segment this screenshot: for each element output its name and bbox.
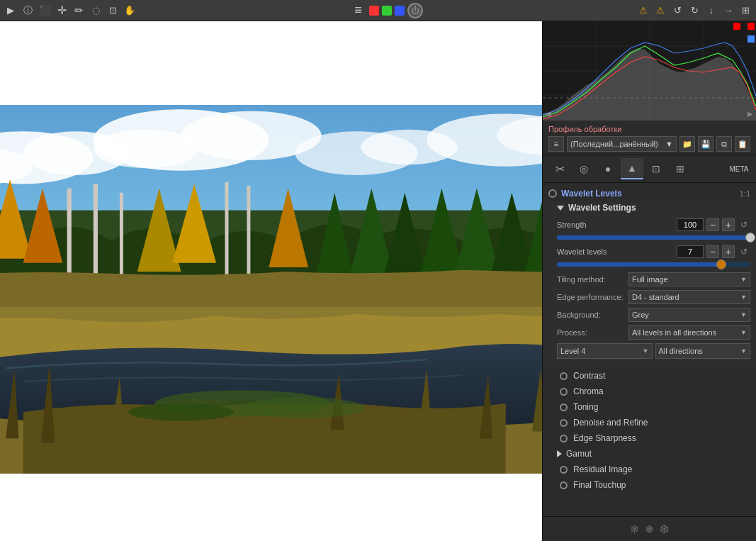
arrow-right-icon[interactable]: → (721, 3, 736, 18)
blue-color-dot (395, 6, 405, 16)
process-dropdown[interactable]: All levels in all directions ▼ (628, 325, 750, 340)
profile-folder-btn[interactable]: 📁 (679, 136, 695, 152)
profile-copy-btn[interactable]: ⧉ (716, 136, 732, 152)
meta-tab[interactable]: META (728, 158, 750, 179)
settings-subheader[interactable]: Wavelet Settings (557, 203, 750, 213)
svg-point-6 (94, 130, 199, 168)
hist-indicator-red2 (747, 23, 755, 30)
tool-tabs-row: ✂ ◎ ● ▲ ⊡ ⊞ META (543, 155, 756, 183)
wavelet-levels-plus[interactable]: + (722, 245, 735, 258)
svg-rect-14 (120, 193, 123, 277)
profile-section: Профиль обработки ≡ (Последний...ранённы… (543, 121, 756, 155)
rotate-right-icon[interactable]: ↻ (687, 3, 702, 18)
crosshair-tool[interactable]: ✛ (54, 3, 69, 18)
hist-arrow-left: ◀ (546, 110, 551, 118)
svg-point-21 (128, 403, 234, 421)
tiling-method-dropdown[interactable]: Full image ▼ (628, 272, 750, 286)
chroma-radio (560, 388, 568, 396)
residual-image-radio (560, 466, 568, 474)
wavelet-section: Wavelet Levels 1:1 Wavelet Settings Stre… (543, 183, 756, 516)
level-dropdown[interactable]: Level 4 ▼ (557, 343, 653, 359)
settings-arrow (557, 206, 564, 211)
profile-menu-btn[interactable]: ≡ (548, 136, 564, 152)
snowflake-1: ❄ (630, 523, 639, 536)
snowflake-2: ❅ (645, 523, 654, 536)
edge-performance-row: Edge performance: D4 - standard ▼ (557, 290, 750, 304)
final-touchup-radio (560, 481, 568, 489)
gamut-arrow (557, 450, 562, 457)
hist-indicator-red (733, 23, 740, 30)
strength-slider[interactable] (557, 235, 750, 240)
wavelet-levels-reset[interactable]: ↺ (738, 245, 750, 258)
canvas-area (0, 21, 542, 541)
crop-tab[interactable]: ✂ (548, 158, 571, 179)
noise-tab[interactable]: ⊡ (645, 158, 667, 179)
tiling-method-row: Tiling method: Full image ▼ (557, 272, 750, 286)
profile-dropdown[interactable]: (Последний...ранённый) ▼ (567, 136, 677, 152)
wavelet-levels-header[interactable]: Wavelet Levels 1:1 (543, 186, 756, 201)
warning1-icon[interactable]: ⚠ (636, 3, 651, 18)
level-direction-row: Level 4 ▼ All directions ▼ (557, 343, 750, 359)
power-button[interactable]: ⏻ (407, 3, 423, 18)
grid-tab[interactable]: ⊞ (669, 158, 692, 179)
wavelet-levels-minus[interactable]: − (706, 245, 719, 258)
hand-tool[interactable]: ✋ (122, 3, 137, 18)
hist-indicator-blue (747, 35, 755, 43)
strength-row: Strength 100 − + ↺ (557, 218, 750, 231)
wavelet-radio (548, 189, 557, 198)
strength-minus[interactable]: − (706, 218, 719, 231)
crop-icon[interactable]: ⊞ (738, 3, 753, 18)
strength-value[interactable]: 100 (677, 218, 704, 231)
pencil-tool[interactable]: ✏ (71, 3, 86, 18)
profile-row: ≡ (Последний...ранённый) ▼ 📁 💾 ⧉ 📋 (548, 136, 750, 152)
residual-image-item[interactable]: Residual Image (543, 462, 756, 477)
background-row: Background: Grey ▼ (557, 308, 750, 322)
contrast-radio (560, 372, 568, 380)
toning-radio (560, 403, 568, 411)
info-tool[interactable]: ⓘ (20, 3, 35, 18)
profile-paste-btn[interactable]: 📋 (735, 136, 750, 152)
svg-rect-15 (225, 182, 229, 276)
right-panel: ◀ ▶ Профиль обработки ≡ (Последний...ран… (542, 21, 756, 541)
detail-tab[interactable]: ▲ (621, 158, 643, 179)
brush-tool[interactable]: ◌ (88, 3, 103, 18)
arrow-tool[interactable]: ▶ (3, 3, 18, 18)
svg-rect-13 (94, 184, 98, 276)
toolbar-center: ≡ ⏻ (139, 3, 634, 18)
toning-item[interactable]: Toning (543, 399, 756, 415)
direction-dropdown[interactable]: All directions ▼ (655, 343, 751, 359)
strength-reset[interactable]: ↺ (738, 218, 750, 231)
final-touchup-item[interactable]: Final Touchup (543, 477, 756, 493)
gamut-item[interactable]: Gamut (543, 446, 756, 462)
edge-sharpness-item[interactable]: Edge Sharpness (543, 430, 756, 446)
top-toolbar: ▶ ⓘ ⬛ ✛ ✏ ◌ ⊡ ✋ ≡ ⏻ ⚠ ⚠ ↺ ↻ ↓ → ⊞ (0, 0, 756, 21)
layers-tool[interactable]: ⬛ (37, 3, 52, 18)
denoise-item[interactable]: Denoise and Refine (543, 415, 756, 430)
process-row: Process: All levels in all directions ▼ (557, 325, 750, 340)
contrast-item[interactable]: Contrast (543, 368, 756, 384)
warning2-icon[interactable]: ⚠ (653, 3, 668, 18)
menu-icon[interactable]: ≡ (351, 3, 366, 18)
profile-label: Профиль обработки (548, 125, 750, 133)
background-dropdown[interactable]: Grey ▼ (628, 308, 750, 322)
rotate-left-icon[interactable]: ↺ (670, 3, 685, 18)
edge-performance-dropdown[interactable]: D4 - standard ▼ (628, 290, 750, 304)
strength-plus[interactable]: + (722, 218, 735, 231)
settings-block: Wavelet Settings Strength 100 − + ↺ (543, 201, 756, 368)
histogram: ◀ ▶ (543, 21, 756, 121)
arrow-down-icon[interactable]: ↓ (704, 3, 719, 18)
wavelet-levels-slider[interactable] (557, 262, 750, 267)
color-tab[interactable]: ● (597, 158, 619, 179)
canvas-bottom-blank (0, 474, 542, 541)
wavelet-levels-value[interactable]: 7 (677, 245, 704, 258)
chroma-item[interactable]: Chroma (543, 384, 756, 399)
exposure-tab[interactable]: ◎ (572, 158, 595, 179)
hist-arrow-right: ▶ (747, 110, 753, 118)
histogram-svg (543, 21, 756, 121)
wavelet-levels-row: Wavelet levels 7 − + ↺ (557, 245, 750, 258)
transform-tool[interactable]: ⊡ (105, 3, 120, 18)
svg-rect-16 (247, 186, 250, 277)
profile-save-btn[interactable]: 💾 (698, 136, 713, 152)
denoise-radio (560, 419, 568, 427)
panel-footer: ❄ ❅ ❆ (543, 516, 756, 541)
